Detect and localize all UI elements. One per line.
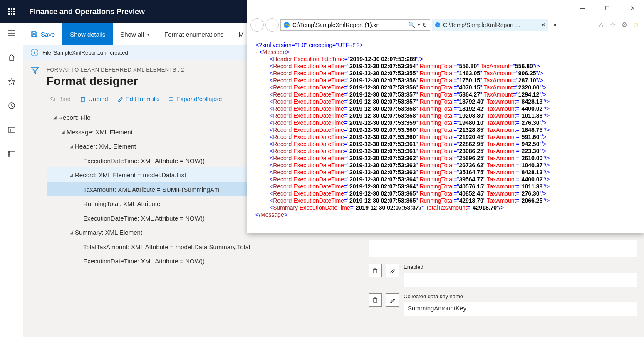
- key-label: Collected data key name: [404, 293, 637, 300]
- forward-button[interactable]: →: [265, 18, 279, 32]
- home-icon[interactable]: [0, 50, 23, 65]
- delete-enabled-button[interactable]: [369, 264, 382, 277]
- svg-rect-10: [8, 151, 10, 153]
- edit-key-button[interactable]: [386, 293, 399, 307]
- search-small-icon[interactable]: 🔍: [408, 22, 415, 28]
- format-enum-button[interactable]: Format enumerations: [157, 23, 231, 45]
- address-input[interactable]: [292, 22, 406, 28]
- settings-icon[interactable]: ⚙: [620, 20, 629, 30]
- svg-rect-11: [8, 154, 10, 155]
- filter-icon[interactable]: [31, 67, 39, 337]
- hamburger-icon[interactable]: [0, 26, 23, 41]
- ie-titlebar: — ☐ ✕: [247, 0, 644, 16]
- bind-link[interactable]: Bind: [50, 95, 71, 102]
- new-tab-icon[interactable]: ▫: [550, 20, 560, 30]
- ie-toolbar: ← → 🔍 ▾ ↻ C:\Temp\SampleXmlReport ... ✕ …: [247, 16, 644, 34]
- svg-rect-12: [8, 156, 10, 156]
- expand-collapse-link[interactable]: Expand/collapse: [168, 95, 222, 102]
- edit-enabled-button[interactable]: [386, 264, 399, 277]
- delete-key-button[interactable]: [369, 293, 382, 307]
- waffle-icon[interactable]: [0, 8, 23, 15]
- info-icon: i: [31, 49, 38, 56]
- browser-tab[interactable]: C:\Temp\SampleXmlReport ... ✕: [432, 19, 548, 31]
- key-value[interactable]: SummingAmountKey: [404, 302, 637, 316]
- app-title: Finance and Operations Preview: [23, 7, 145, 16]
- ie-logo-icon: [435, 22, 441, 28]
- favorites-icon[interactable]: ☆: [608, 20, 617, 30]
- address-bar[interactable]: 🔍 ▾ ↻: [280, 19, 430, 31]
- workspace-icon[interactable]: [0, 122, 23, 137]
- properties-panel: Enabled Collected data key name SummingA…: [361, 228, 644, 337]
- maximize-button[interactable]: ☐: [601, 1, 614, 15]
- enabled-label: Enabled: [404, 264, 637, 270]
- chevron-down-icon: ▾: [147, 32, 149, 37]
- xml-viewer: <?xml version="1.0" encoding="UTF-8"?>-<…: [247, 34, 644, 233]
- tab-close-icon[interactable]: ✕: [541, 22, 545, 28]
- back-button[interactable]: ←: [250, 18, 264, 32]
- enabled-value[interactable]: [404, 273, 637, 287]
- modules-icon[interactable]: [0, 146, 23, 161]
- svg-rect-7: [8, 127, 15, 132]
- edit-formula-link[interactable]: Edit formula: [117, 95, 159, 102]
- unbind-link[interactable]: Unbind: [80, 95, 108, 102]
- dropdown-icon[interactable]: ▾: [418, 22, 420, 27]
- tab-title: C:\Temp\SampleXmlReport ...: [443, 22, 539, 28]
- show-details-button[interactable]: Show details: [62, 23, 113, 45]
- svg-rect-21: [374, 269, 377, 273]
- star-icon[interactable]: [0, 74, 23, 89]
- minimize-button[interactable]: —: [576, 1, 589, 15]
- svg-marker-5: [8, 79, 15, 85]
- show-all-button[interactable]: Show all▾: [113, 23, 157, 45]
- ie-logo-icon: [283, 22, 290, 28]
- save-button[interactable]: Save: [23, 23, 62, 45]
- smiley-icon[interactable]: ☺: [632, 20, 641, 30]
- ie-window: — ☐ ✕ ← → 🔍 ▾ ↻ C:\Temp\SampleXmlReport …: [247, 0, 644, 233]
- info-text: File 'SampleXmlReport.xml' created: [42, 50, 128, 56]
- home-icon[interactable]: ⌂: [597, 20, 606, 30]
- save-label: Save: [41, 31, 55, 38]
- close-button[interactable]: ✕: [626, 1, 639, 15]
- svg-rect-16: [81, 97, 84, 102]
- svg-rect-24: [374, 299, 377, 302]
- clock-icon[interactable]: [0, 98, 23, 113]
- refresh-icon[interactable]: ↻: [422, 22, 427, 28]
- left-rail: [0, 23, 23, 337]
